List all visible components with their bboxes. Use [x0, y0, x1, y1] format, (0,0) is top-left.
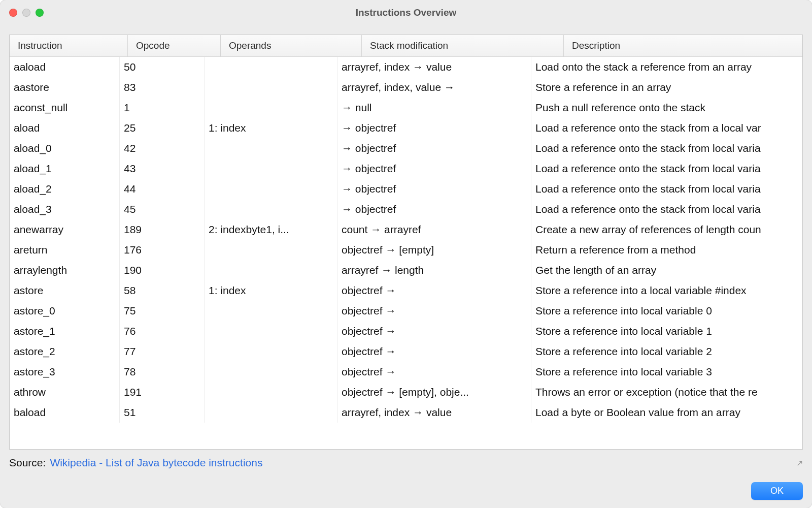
cell-operands — [205, 301, 337, 321]
content-area: Instruction Opcode Operands Stack modifi… — [0, 25, 812, 478]
cell-operands — [205, 77, 337, 98]
cell-operands — [205, 199, 337, 219]
cell-description: Store a reference into local variable 0 — [531, 301, 802, 321]
table-row[interactable]: astore_075objectref →Store a reference i… — [10, 301, 802, 321]
cell-opcode: 77 — [120, 341, 205, 362]
cell-description: Load onto the stack a reference from an … — [531, 57, 802, 77]
column-header-description[interactable]: Description — [564, 35, 802, 56]
cell-description: Create a new array of references of leng… — [531, 219, 802, 240]
cell-instruction: arraylength — [10, 260, 120, 280]
cell-instruction: aload_2 — [10, 179, 120, 199]
cell-stack: → objectref — [337, 138, 531, 158]
table-row[interactable]: aload251: index→ objectrefLoad a referen… — [10, 118, 802, 138]
cell-opcode: 43 — [120, 158, 205, 179]
cell-operands — [205, 341, 337, 362]
table-row[interactable]: astore_378objectref →Store a reference i… — [10, 362, 802, 382]
cell-description: Store a reference into local variable 2 — [531, 341, 802, 362]
cell-operands — [205, 98, 337, 118]
table-body[interactable]: aaload50arrayref, index → valueLoad onto… — [10, 57, 802, 449]
cell-instruction: athrow — [10, 382, 120, 402]
window: Instructions Overview Instruction Opcode… — [0, 0, 812, 508]
cell-opcode: 42 — [120, 138, 205, 158]
cell-operands: 1: index — [205, 280, 337, 301]
cell-stack: objectref → [empty] — [337, 240, 531, 260]
cell-description: Load a reference onto the stack from loc… — [531, 179, 802, 199]
cell-operands — [205, 179, 337, 199]
cell-instruction: baload — [10, 402, 120, 423]
cell-stack: arrayref, index → value — [337, 57, 531, 77]
table-row[interactable]: aload_244→ objectrefLoad a reference ont… — [10, 179, 802, 199]
cell-instruction: astore — [10, 280, 120, 301]
cell-opcode: 78 — [120, 362, 205, 382]
table-row[interactable]: aload_345→ objectrefLoad a reference ont… — [10, 199, 802, 219]
column-header-opcode[interactable]: Opcode — [128, 35, 221, 56]
table-row[interactable]: astore581: indexobjectref →Store a refer… — [10, 280, 802, 301]
instructions-table[interactable]: Instruction Opcode Operands Stack modifi… — [9, 35, 803, 450]
maximize-icon[interactable] — [36, 9, 44, 17]
minimize-icon — [22, 9, 30, 17]
cell-opcode: 176 — [120, 240, 205, 260]
cell-stack: → objectref — [337, 158, 531, 179]
cell-instruction: astore_3 — [10, 362, 120, 382]
column-header-stack[interactable]: Stack modification — [362, 35, 564, 56]
cell-operands — [205, 57, 337, 77]
table-row[interactable]: astore_176objectref →Store a reference i… — [10, 321, 802, 341]
cell-stack: objectref → [empty], obje... — [337, 382, 531, 402]
table-row[interactable]: astore_277objectref →Store a reference i… — [10, 341, 802, 362]
table-row[interactable]: baload51arrayref, index → valueLoad a by… — [10, 402, 802, 423]
cell-description: Load a reference onto the stack from loc… — [531, 199, 802, 219]
cell-operands — [205, 240, 337, 260]
cell-description: Store a reference in an array — [531, 77, 802, 98]
cell-stack: → objectref — [337, 179, 531, 199]
cell-opcode: 51 — [120, 402, 205, 423]
source-link[interactable]: Wikipedia - List of Java bytecode instru… — [50, 457, 262, 469]
table-row[interactable]: areturn176objectref → [empty]Return a re… — [10, 240, 802, 260]
cell-operands — [205, 382, 337, 402]
titlebar: Instructions Overview — [0, 0, 812, 25]
cell-operands: 2: indexbyte1, i... — [205, 219, 337, 240]
cell-description: Load a byte or Boolean value from an arr… — [531, 402, 802, 423]
table-row[interactable]: arraylength190arrayref → lengthGet the l… — [10, 260, 802, 280]
external-link-icon[interactable]: ↗ — [796, 458, 803, 468]
cell-stack: → null — [337, 98, 531, 118]
cell-instruction: aload_1 — [10, 158, 120, 179]
cell-operands — [205, 158, 337, 179]
column-header-operands[interactable]: Operands — [221, 35, 362, 56]
cell-description: Push a null reference onto the stack — [531, 98, 802, 118]
table-row[interactable]: aastore83arrayref, index, value →Store a… — [10, 77, 802, 98]
cell-operands — [205, 260, 337, 280]
cell-instruction: astore_2 — [10, 341, 120, 362]
cell-stack: count → arrayref — [337, 219, 531, 240]
table-row[interactable]: anewarray1892: indexbyte1, i...count → a… — [10, 219, 802, 240]
cell-operands — [205, 402, 337, 423]
cell-opcode: 45 — [120, 199, 205, 219]
table-row[interactable]: athrow191objectref → [empty], obje...Thr… — [10, 382, 802, 402]
cell-opcode: 190 — [120, 260, 205, 280]
cell-stack: → objectref — [337, 118, 531, 138]
cell-opcode: 25 — [120, 118, 205, 138]
table-row[interactable]: aconst_null1→ nullPush a null reference … — [10, 98, 802, 118]
cell-stack: arrayref, index → value — [337, 402, 531, 423]
cell-opcode: 83 — [120, 77, 205, 98]
cell-description: Store a reference into local variable 1 — [531, 321, 802, 341]
column-header-instruction[interactable]: Instruction — [10, 35, 128, 56]
cell-operands — [205, 362, 337, 382]
cell-operands: 1: index — [205, 118, 337, 138]
cell-stack: objectref → — [337, 280, 531, 301]
cell-instruction: areturn — [10, 240, 120, 260]
cell-stack: objectref → — [337, 362, 531, 382]
close-icon[interactable] — [9, 9, 17, 17]
table-row[interactable]: aload_143→ objectrefLoad a reference ont… — [10, 158, 802, 179]
cell-instruction: aaload — [10, 57, 120, 77]
ok-button[interactable]: OK — [751, 482, 803, 500]
button-row: OK — [0, 478, 812, 508]
cell-opcode: 58 — [120, 280, 205, 301]
cell-description: Return a reference from a method — [531, 240, 802, 260]
cell-stack: arrayref, index, value → — [337, 77, 531, 98]
table-row[interactable]: aload_042→ objectrefLoad a reference ont… — [10, 138, 802, 158]
cell-operands — [205, 321, 337, 341]
table-row[interactable]: aaload50arrayref, index → valueLoad onto… — [10, 57, 802, 77]
cell-description: Store a reference into a local variable … — [531, 280, 802, 301]
cell-instruction: anewarray — [10, 219, 120, 240]
cell-stack: objectref → — [337, 341, 531, 362]
